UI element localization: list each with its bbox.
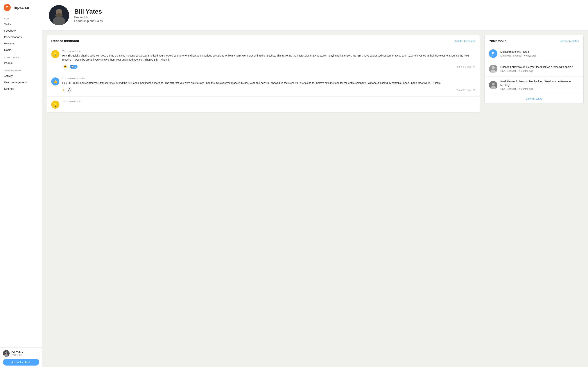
sidebar-user-row: Bill Yates PraiseHub xyxy=(3,350,39,357)
sidebar-item-tasks[interactable]: Tasks xyxy=(0,21,42,27)
sidebar-section-you: YOU Tasks Feedback Conversations Reviews… xyxy=(0,14,42,53)
task-item-3[interactable]: Brad Flin would like your feedback on "F… xyxy=(484,76,583,94)
sidebar-teams-label: YOUR TEAMS xyxy=(0,53,42,60)
sidebar-ask-feedback-button[interactable]: Ask for feedback xyxy=(3,359,39,366)
feedback-actions-2: ★ 💬 xyxy=(62,87,72,93)
feedback-timestamp-2: 2 months ago xyxy=(457,89,471,91)
view-all-tasks-link[interactable]: View all tasks xyxy=(484,94,583,103)
sidebar-section-org: ORGANIZATION Activity User management Se… xyxy=(0,66,42,92)
emoji-reaction-button-1[interactable]: 🙂 xyxy=(62,64,68,70)
content-area: Recent feedback Ask for feedback 💡 You r… xyxy=(42,31,588,117)
task-info-3: Brad Flin would like your feedback on "F… xyxy=(500,80,579,90)
task-avatar-1 xyxy=(489,49,497,58)
sidebar-you-label: YOU xyxy=(0,14,42,21)
feedback-item-3: 💡 You received a tip xyxy=(47,97,480,112)
sidebar-user-info: Bill Yates PraiseHub xyxy=(11,351,23,356)
svg-point-3 xyxy=(5,351,7,354)
tasks-panel: Your tasks View completed Michelle's Mon… xyxy=(484,35,584,104)
feedback-tip-icon-3: 💡 xyxy=(51,100,59,109)
sidebar-section-teams: YOUR TEAMS People xyxy=(0,53,42,66)
sidebar-user-avatar xyxy=(3,350,9,357)
sidebar-item-activity[interactable]: Activity xyxy=(0,73,42,79)
flag-button-1[interactable]: ⚑ xyxy=(473,65,475,68)
feedback-item-2: 👍 You received a praise Hey Bill - reall… xyxy=(47,73,480,97)
feedback-type-label-1: You received a tip xyxy=(62,50,475,52)
task-info-2: Orlando Ferraz would like your feedback … xyxy=(500,65,579,72)
flag-button-2[interactable]: ⚑ xyxy=(473,88,475,92)
sidebar-item-goals[interactable]: Goals xyxy=(0,47,42,53)
feedback-footer-2: ★ 💬 2 months ago ⚑ xyxy=(62,87,475,93)
comment-count-1: 1 xyxy=(74,65,76,68)
sidebar: impraise YOU Tasks Feedback Conversation… xyxy=(0,0,42,367)
sidebar-item-feedback[interactable]: Feedback xyxy=(0,27,42,34)
svg-point-16 xyxy=(492,83,495,85)
sidebar-user-org: PraiseHub xyxy=(11,354,23,356)
feedback-footer-1: 🙂 💬 1 2 months ago ⚑ xyxy=(62,64,475,70)
logo: impraise xyxy=(0,0,42,14)
task-subtitle-1: Exchange Feedback - 6 days ago xyxy=(500,54,579,57)
profile-header: Bill Yates PraiseHub Leadership and Sale… xyxy=(42,0,588,31)
feedback-meta-1: 2 months ago ⚑ xyxy=(457,65,475,68)
task-avatar-3 xyxy=(489,81,497,89)
profile-org: PraiseHub xyxy=(74,16,103,19)
sidebar-item-settings[interactable]: Settings xyxy=(0,85,42,92)
profile-info: Bill Yates PraiseHub Leadership and Sale… xyxy=(74,8,103,23)
logo-text: impraise xyxy=(12,5,29,10)
task-subtitle-3: Give Feedback - 2 months ago xyxy=(500,88,579,90)
task-info-1: Michelle's Monthly Take 5 Exchange Feedb… xyxy=(500,50,579,57)
profile-name: Bill Yates xyxy=(74,8,103,15)
profile-avatar xyxy=(49,5,69,25)
sidebar-item-user-management[interactable]: User management xyxy=(0,79,42,85)
task-title-1: Michelle's Monthly Take 5 xyxy=(500,50,579,54)
svg-point-9 xyxy=(55,13,63,17)
feedback-text-2: Hey Bill - really appreciated your trans… xyxy=(62,81,475,85)
sidebar-item-conversations[interactable]: Conversations xyxy=(0,34,42,40)
feedback-actions-1: 🙂 💬 1 xyxy=(62,64,78,70)
feedback-text-1: Hey Bill, quickly sharing a tip with you… xyxy=(62,54,475,62)
feedback-body-2: You received a praise Hey Bill - really … xyxy=(62,77,475,93)
comment-button-1[interactable]: 💬 1 xyxy=(70,65,78,69)
feedback-panel-title: Recent feedback xyxy=(51,39,79,43)
feedback-meta-2: 2 months ago ⚑ xyxy=(457,88,475,92)
feedback-panel-header: Recent feedback Ask for feedback xyxy=(47,35,480,46)
sidebar-bottom: Bill Yates PraiseHub Ask for feedback xyxy=(0,347,42,367)
feedback-panel: Recent feedback Ask for feedback 💡 You r… xyxy=(47,35,480,112)
feedback-type-label-2: You received a praise xyxy=(62,77,475,80)
star-icon-2: ★ xyxy=(62,88,65,92)
task-item-2[interactable]: Orlando Ferraz would like your feedback … xyxy=(484,61,583,76)
main-content: Bill Yates PraiseHub Leadership and Sale… xyxy=(42,0,588,367)
svg-rect-11 xyxy=(492,51,493,56)
ask-feedback-link[interactable]: Ask for feedback xyxy=(455,40,475,42)
feedback-timestamp-1: 2 months ago xyxy=(457,65,471,68)
sidebar-user-name: Bill Yates xyxy=(11,351,23,354)
profile-dept: Leadership and Sales xyxy=(74,19,103,23)
feedback-type-label-3: You received a tip xyxy=(62,100,475,103)
view-completed-link[interactable]: View completed xyxy=(560,40,579,42)
tasks-panel-title: Your tasks xyxy=(489,39,507,43)
task-title-3: Brad Flin would like your feedback on "F… xyxy=(500,80,579,87)
feedback-tip-icon-1: 💡 xyxy=(51,50,59,58)
svg-point-13 xyxy=(492,66,495,69)
feedback-praise-icon-2: 👍 xyxy=(51,77,59,85)
comment-empty-button-2[interactable]: 💬 xyxy=(67,87,72,93)
logo-icon xyxy=(4,4,11,11)
task-avatar-2 xyxy=(489,65,497,73)
sidebar-item-reviews[interactable]: Reviews xyxy=(0,40,42,47)
task-title-2: Orlando Ferraz would like your feedback … xyxy=(500,65,579,69)
task-item-1[interactable]: Michelle's Monthly Take 5 Exchange Feedb… xyxy=(484,46,583,61)
comment-icon: 💬 xyxy=(71,65,74,68)
feedback-item-1: 💡 You received a tip Hey Bill, quickly s… xyxy=(47,46,480,73)
feedback-body-1: You received a tip Hey Bill, quickly sha… xyxy=(62,50,475,70)
task-subtitle-2: Give Feedback - 2 months ago xyxy=(500,70,579,72)
sidebar-org-label: ORGANIZATION xyxy=(0,66,42,73)
tasks-panel-header: Your tasks View completed xyxy=(484,35,583,46)
sidebar-item-people[interactable]: People xyxy=(0,60,42,66)
svg-point-1 xyxy=(6,7,8,9)
feedback-body-3: You received a tip xyxy=(62,100,475,109)
